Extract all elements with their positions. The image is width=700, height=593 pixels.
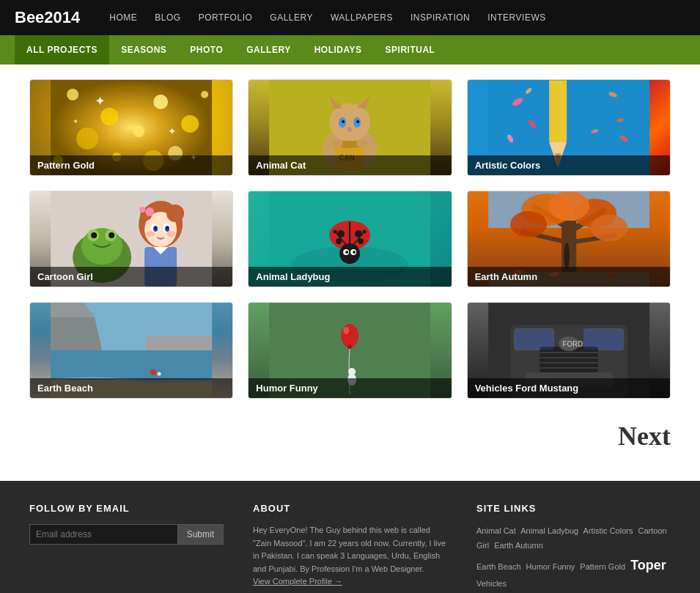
svg-point-62 xyxy=(146,231,155,237)
svg-point-94 xyxy=(548,191,589,221)
svg-point-24 xyxy=(356,120,359,123)
svg-rect-124 xyxy=(515,329,553,350)
svg-point-4 xyxy=(76,128,98,150)
svg-marker-102 xyxy=(51,317,102,350)
svg-point-30 xyxy=(356,140,368,147)
sitelink-toper[interactable]: Toper xyxy=(630,558,666,572)
svg-point-50 xyxy=(91,232,97,238)
footer-email-heading: FOLLOW BY EMAIL xyxy=(29,503,224,514)
svg-point-9 xyxy=(201,91,208,98)
footer: FOLLOW BY EMAIL Submit ABOUT Hey EveryOn… xyxy=(0,481,700,593)
svg-text:✦: ✦ xyxy=(73,117,78,125)
svg-point-92 xyxy=(510,211,547,237)
svg-point-5 xyxy=(133,125,144,137)
svg-point-60 xyxy=(155,227,157,229)
svg-point-99 xyxy=(564,243,570,269)
sitelink-earth-autumn[interactable]: Earth Autumn xyxy=(494,541,543,550)
svg-point-54 xyxy=(166,205,184,222)
svg-point-18 xyxy=(329,103,370,141)
pagination: Next xyxy=(29,413,671,466)
main-nav: HOME BLOG PORTFOLIO GALLERY WALLPAPERS I… xyxy=(109,12,545,23)
svg-point-1 xyxy=(67,89,78,100)
grid-item-artistic-colors[interactable]: Artistic Colors xyxy=(467,79,671,176)
grid-item-label: Vehicles Ford Mustang xyxy=(468,378,670,398)
subnav-photo[interactable]: PHOTO xyxy=(178,35,235,65)
svg-point-109 xyxy=(341,324,358,347)
projects-grid: ✦ ✦ ✦ ✦ Pattern Gold xyxy=(29,79,671,399)
sitelink-animal-ladybug[interactable]: Animal Ladybug xyxy=(520,526,578,535)
svg-point-82 xyxy=(345,251,348,254)
svg-point-106 xyxy=(150,369,156,375)
subnav-seasons[interactable]: SEASONS xyxy=(109,35,178,65)
svg-point-6 xyxy=(181,115,199,133)
footer-sitelinks-heading: SITE LINKS xyxy=(476,503,671,514)
grid-item-label: Animal Cat xyxy=(248,155,451,175)
svg-point-23 xyxy=(342,120,345,123)
svg-point-79 xyxy=(363,230,366,234)
subnav-holidays[interactable]: HOLIDAYS xyxy=(303,35,374,65)
svg-point-107 xyxy=(158,372,161,376)
svg-point-113 xyxy=(348,368,355,375)
nav-wallpapers[interactable]: WALLPAPERS xyxy=(331,12,393,23)
nav-gallery[interactable]: GALLERY xyxy=(270,12,313,23)
grid-item-label: Artistic Colors xyxy=(468,155,670,175)
sitelink-humor-funny[interactable]: Humor Funny xyxy=(526,562,575,571)
svg-point-78 xyxy=(334,230,337,234)
grid-item-label: Animal Ladybug xyxy=(248,267,451,287)
sub-nav: ALL PROJECTS SEASONS PHOTO GALLERY HOLID… xyxy=(0,35,700,65)
sitelink-artistic-colors[interactable]: Artistic Colors xyxy=(583,526,633,535)
grid-item-pattern-gold[interactable]: ✦ ✦ ✦ ✦ Pattern Gold xyxy=(29,79,233,176)
svg-point-61 xyxy=(166,227,169,229)
site-title[interactable]: Bee2014 xyxy=(15,8,80,27)
footer-about-heading: ABOUT xyxy=(253,503,447,514)
subnav-gallery[interactable]: GALLERY xyxy=(235,35,302,65)
svg-rect-36 xyxy=(549,80,567,81)
svg-text:FORD: FORD xyxy=(562,340,583,348)
grid-item-cartoon-girl[interactable]: Cartoon Girl xyxy=(29,191,233,287)
grid-item-earth-autumn[interactable]: Earth Autumn xyxy=(467,191,671,287)
svg-point-51 xyxy=(108,232,114,238)
svg-point-111 xyxy=(347,345,352,349)
sitelink-pattern-gold[interactable]: Pattern Gold xyxy=(580,562,625,571)
next-link[interactable]: Next xyxy=(618,421,671,451)
svg-point-25 xyxy=(347,127,352,130)
nav-portfolio[interactable]: PORTFOLIO xyxy=(199,12,253,23)
nav-interviews[interactable]: INTERVIEWS xyxy=(487,12,545,23)
view-profile-link[interactable]: View Complete Profile → xyxy=(253,577,342,586)
svg-point-29 xyxy=(331,140,343,147)
grid-item-label: Earth Beach xyxy=(30,378,232,398)
grid-item-vehicles-ford[interactable]: FORD Vehicles Ford Mustang xyxy=(467,302,671,399)
nav-blog[interactable]: BLOG xyxy=(155,12,180,23)
svg-point-110 xyxy=(343,327,349,334)
main-content: ✦ ✦ ✦ ✦ Pattern Gold xyxy=(0,65,700,481)
svg-rect-125 xyxy=(584,329,623,350)
footer-email-col: FOLLOW BY EMAIL Submit xyxy=(29,503,224,593)
grid-item-label: Humor Funny xyxy=(248,378,451,398)
svg-point-65 xyxy=(145,207,154,216)
svg-point-93 xyxy=(591,215,627,241)
sitelink-vehicles[interactable]: Vehicles xyxy=(476,579,506,588)
sitelink-earth-beach[interactable]: Earth Beach xyxy=(476,562,521,571)
grid-item-label: Cartoon Girl xyxy=(30,267,232,287)
svg-point-3 xyxy=(153,95,168,109)
svg-rect-101 xyxy=(51,350,212,380)
submit-button[interactable]: Submit xyxy=(178,524,224,545)
subnav-spiritual[interactable]: SPIRITUAL xyxy=(374,35,447,65)
sitelink-animal-cat[interactable]: Animal Cat xyxy=(476,526,516,535)
svg-text:✦: ✦ xyxy=(95,94,106,108)
email-input[interactable] xyxy=(29,524,178,545)
svg-point-2 xyxy=(100,108,118,125)
grid-item-animal-ladybug[interactable]: Animal Ladybug xyxy=(248,191,452,287)
nav-inspiration[interactable]: INSPIRATION xyxy=(410,12,470,23)
footer-email-form: Submit xyxy=(29,524,224,545)
nav-home[interactable]: HOME xyxy=(109,12,137,23)
footer-sitelinks: Animal Cat Animal Ladybug Artistic Color… xyxy=(476,524,671,593)
grid-item-label: Earth Autumn xyxy=(468,267,670,287)
grid-item-earth-beach[interactable]: Earth Beach xyxy=(29,302,233,399)
subnav-all-projects[interactable]: ALL PROJECTS xyxy=(15,35,109,65)
svg-text:✦: ✦ xyxy=(168,125,177,137)
footer-about-col: ABOUT Hey EveryOne! The Guy behind this … xyxy=(253,503,447,593)
grid-item-humor-funny[interactable]: Humor Funny xyxy=(248,302,452,399)
footer-sitelinks-col: SITE LINKS Animal Cat Animal Ladybug Art… xyxy=(476,503,671,593)
grid-item-animal-cat[interactable]: CAN Animal Cat xyxy=(248,79,452,176)
